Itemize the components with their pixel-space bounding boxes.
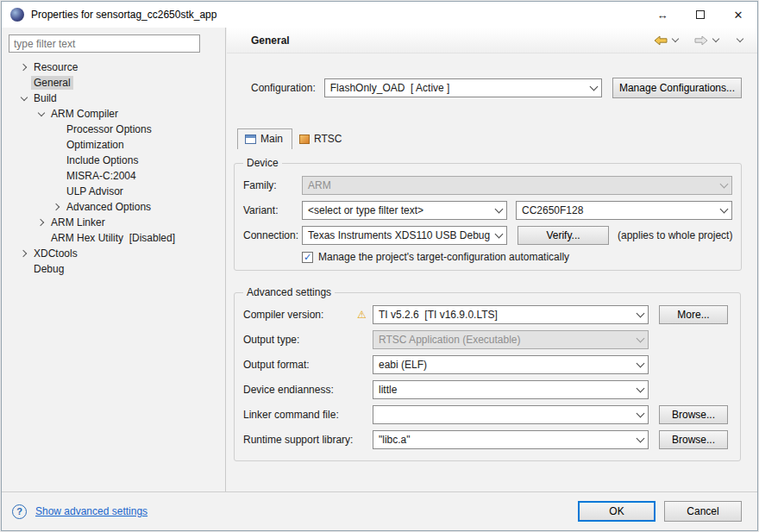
ok-button[interactable]: OK (578, 501, 656, 522)
tree-spacer (17, 262, 31, 276)
tree-item-arm-linker[interactable]: ARM Linker (2, 215, 225, 230)
family-value: ARM (303, 179, 716, 191)
connection-combo[interactable]: Texas Instruments XDS110 USB Debug Prob (302, 226, 507, 245)
tree-item-label: ARM Compiler (48, 107, 121, 121)
cancel-button[interactable]: Cancel (664, 501, 742, 522)
app-icon (10, 8, 24, 22)
tree-item-advanced-options[interactable]: Advanced Options (2, 199, 225, 215)
manage-target-config-row: ✓ Manage the project's target-configurat… (302, 251, 732, 263)
advanced-settings-group: Advanced settings Compiler version: ⚠ TI… (234, 286, 741, 461)
chevron-right-icon[interactable] (34, 216, 48, 229)
tree-item-label: Processor Options (64, 122, 154, 136)
linker-command-file-label: Linker command file: (243, 409, 357, 421)
resize-arrows-icon[interactable]: ↔ (643, 2, 681, 28)
tree-item-debug[interactable]: Debug (2, 261, 225, 277)
family-row: Family: ARM (243, 176, 732, 195)
manage-target-config-label[interactable]: Manage the project's target-configuratio… (318, 251, 569, 263)
tree-item-label: Resource (31, 60, 80, 74)
runtime-support-library-combo[interactable]: "libc.a" (373, 430, 649, 449)
tree-item-label: Build (31, 91, 60, 105)
variant-filter-combo[interactable]: <select or type filter text> (302, 201, 507, 220)
tree-item-arm-hex-utility[interactable]: ARM Hex Utility [Disabled] (2, 230, 225, 246)
page-title: General (251, 34, 654, 47)
variant-label: Variant: (243, 204, 302, 216)
tree-item-xdctools[interactable]: XDCtools (2, 246, 225, 261)
chevron-down-icon[interactable] (491, 202, 506, 219)
maximize-button[interactable] (681, 2, 719, 28)
chevron-down-icon[interactable] (17, 91, 31, 105)
browse-runtime-button[interactable]: Browse... (659, 430, 728, 449)
forward-dropdown-icon[interactable] (711, 35, 721, 46)
tree-item-resource[interactable]: Resource (2, 59, 225, 75)
tree-spacer (50, 185, 64, 198)
output-format-label: Output format: (243, 359, 357, 371)
tab-main[interactable]: Main (237, 128, 292, 149)
configuration-label: Configuration: (251, 82, 316, 94)
tree-item-ulp-advisor[interactable]: ULP Advisor (2, 184, 225, 199)
chevron-down-icon[interactable] (632, 356, 648, 373)
device-endianness-combo[interactable]: little (373, 380, 649, 399)
device-endianness-value: little (373, 384, 632, 396)
page-header: General (227, 28, 757, 53)
content-panel: General Configuration: FlashOnly_OAD [ A… (227, 28, 757, 491)
browse-linker-button[interactable]: Browse... (659, 405, 728, 424)
tree-spacer (50, 138, 64, 152)
chevron-down-icon[interactable] (716, 202, 731, 219)
compiler-version-value: TI v5.2.6 [TI v16.9.0.LTS] (373, 309, 632, 321)
chevron-right-icon[interactable] (17, 247, 31, 260)
connection-row: Connection: Texas Instruments XDS110 USB… (243, 226, 732, 245)
chevron-down-icon[interactable] (491, 227, 506, 244)
warning-icon: ⚠ (357, 310, 367, 320)
view-menu-icon[interactable] (735, 35, 745, 46)
verify-button[interactable]: Verify... (518, 226, 609, 245)
window-title: Properties for sensortag_cc2650stk_app (31, 9, 643, 21)
tree-item-label: General (31, 76, 73, 90)
chevron-right-icon[interactable] (17, 60, 31, 74)
configuration-combo[interactable]: FlashOnly_OAD [ Active ] (324, 78, 602, 97)
chevron-down-icon[interactable] (632, 306, 648, 323)
chevron-down-icon[interactable] (632, 381, 648, 398)
tree-item-processor-options[interactable]: Processor Options (2, 122, 225, 137)
help-icon[interactable]: ? (12, 504, 27, 519)
connection-note: (applies to whole project) (618, 229, 732, 241)
linker-command-file-combo[interactable] (373, 405, 649, 424)
back-dropdown-icon[interactable] (670, 35, 681, 46)
compiler-version-combo[interactable]: TI v5.2.6 [TI v16.9.0.LTS] (373, 305, 649, 324)
sidebar: Resource General Build ARM Compiler Proc… (2, 28, 226, 491)
output-format-combo[interactable]: eabi (ELF) (373, 355, 649, 374)
header-nav (654, 35, 745, 46)
tab-rtsc[interactable]: RTSC (292, 129, 350, 149)
chevron-down-icon[interactable] (632, 406, 648, 423)
variant-value: CC2650F128 (517, 204, 716, 216)
chevron-down-icon[interactable] (34, 107, 48, 121)
tree-item-misra-c-2004[interactable]: MISRA-C:2004 (2, 168, 225, 184)
advanced-settings-legend: Advanced settings (243, 286, 335, 298)
close-button[interactable]: ✕ (719, 2, 757, 28)
chevron-right-icon[interactable] (50, 200, 64, 214)
forward-icon[interactable] (694, 35, 708, 46)
device-group-legend: Device (243, 157, 282, 169)
tree-item-general[interactable]: General (2, 75, 225, 91)
tree-item-arm-compiler[interactable]: ARM Compiler (2, 106, 225, 122)
back-icon[interactable] (654, 35, 668, 46)
more-button[interactable]: More... (659, 305, 728, 324)
chevron-down-icon (716, 177, 731, 194)
manage-configurations-button[interactable]: Manage Configurations... (612, 78, 742, 98)
family-combo: ARM (302, 176, 732, 195)
chevron-down-icon[interactable] (586, 79, 601, 97)
tree-item-build[interactable]: Build (2, 91, 225, 106)
output-type-label: Output type: (243, 334, 357, 346)
maximize-icon (696, 10, 705, 19)
output-type-value: RTSC Application (Executable) (373, 334, 632, 346)
chevron-down-icon[interactable] (632, 431, 648, 448)
show-advanced-settings-link[interactable]: Show advanced settings (35, 505, 147, 517)
tree-item-label: ARM Hex Utility [Disabled] (48, 231, 178, 245)
variant-combo[interactable]: CC2650F128 (516, 201, 732, 220)
tree-item-optimization[interactable]: Optimization (2, 137, 225, 153)
family-label: Family: (243, 179, 302, 191)
filter-input[interactable] (9, 34, 200, 53)
checkbox-checked-icon[interactable]: ✓ (302, 252, 313, 263)
chevron-down-icon (632, 331, 648, 348)
device-group: Device Family: ARM Variant: <select or t… (234, 157, 742, 271)
tree-item-include-options[interactable]: Include Options (2, 153, 225, 168)
